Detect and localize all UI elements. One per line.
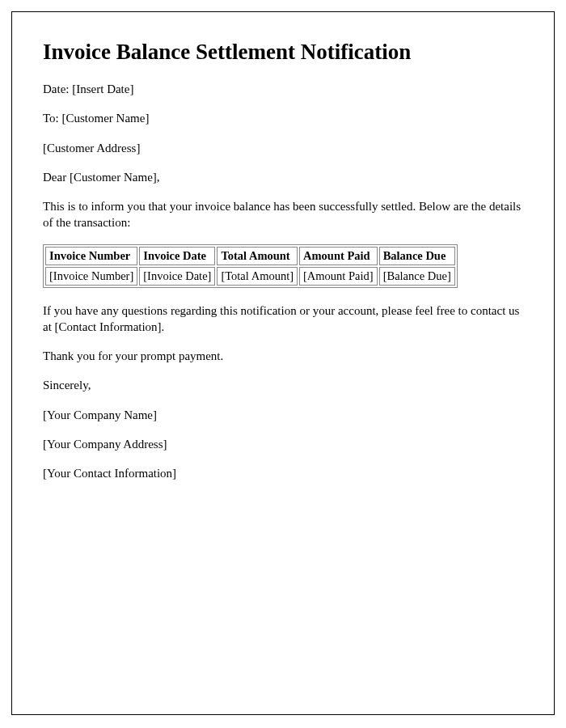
- questions-paragraph: If you have any questions regarding this…: [43, 303, 523, 336]
- salutation: Dear [Customer Name],: [43, 169, 523, 185]
- header-amount-paid: Amount Paid: [299, 247, 378, 265]
- cell-total-amount: [Total Amount]: [217, 267, 298, 286]
- page-title: Invoice Balance Settlement Notification: [43, 40, 523, 65]
- cell-invoice-date: [Invoice Date]: [139, 267, 215, 286]
- date-line: Date: [Insert Date]: [43, 81, 523, 97]
- document-page: Invoice Balance Settlement Notification …: [11, 11, 555, 715]
- company-contact: [Your Contact Information]: [43, 465, 523, 481]
- table-row: [Invoice Number] [Invoice Date] [Total A…: [45, 267, 455, 286]
- thanks-line: Thank you for your prompt payment.: [43, 348, 523, 364]
- cell-invoice-number: [Invoice Number]: [45, 267, 137, 286]
- intro-paragraph: This is to inform you that your invoice …: [43, 198, 523, 231]
- cell-balance-due: [Balance Due]: [379, 267, 455, 286]
- to-line: To: [Customer Name]: [43, 110, 523, 126]
- header-invoice-number: Invoice Number: [45, 247, 137, 265]
- invoice-table: Invoice Number Invoice Date Total Amount…: [43, 244, 458, 288]
- header-invoice-date: Invoice Date: [139, 247, 215, 265]
- cell-amount-paid: [Amount Paid]: [299, 267, 378, 286]
- header-total-amount: Total Amount: [217, 247, 298, 265]
- closing: Sincerely,: [43, 377, 523, 393]
- header-balance-due: Balance Due: [379, 247, 455, 265]
- table-header-row: Invoice Number Invoice Date Total Amount…: [45, 247, 455, 265]
- customer-address: [Customer Address]: [43, 140, 523, 156]
- company-name: [Your Company Name]: [43, 407, 523, 423]
- company-address: [Your Company Address]: [43, 436, 523, 452]
